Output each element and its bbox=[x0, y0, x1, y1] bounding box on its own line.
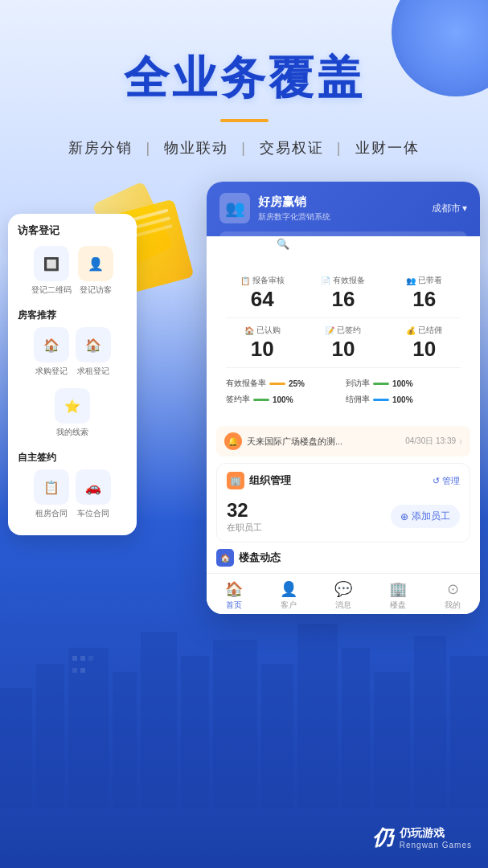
nav-mine[interactable]: ⊙ 我的 bbox=[425, 580, 480, 611]
nav-property[interactable]: 🏢 楼盘 bbox=[371, 580, 425, 611]
stat-value-2: 16 bbox=[388, 289, 461, 309]
rate-line-yellow bbox=[269, 383, 285, 385]
org-title-text: 组织管理 bbox=[249, 473, 291, 488]
subtitle-item-2: 物业联动 bbox=[151, 138, 241, 158]
add-employee-btn[interactable]: ⊕ 添加员工 bbox=[391, 505, 460, 528]
visitor-icon-box: 👤 bbox=[78, 246, 113, 281]
stat-label-3: 🏠 已认购 bbox=[226, 325, 299, 336]
message-nav-label: 消息 bbox=[335, 600, 351, 611]
notif-icon: 🔔 bbox=[224, 432, 242, 450]
sync-icon: ↺ bbox=[433, 476, 440, 486]
content-area: 访客登记 🔲 登记二维码 👤 登记访客 房客推荐 🏠 求购登记 bbox=[0, 182, 488, 809]
rent-label: 求租登记 bbox=[77, 366, 109, 377]
contract-items: 📋 租房合同 🚗 车位合同 bbox=[18, 469, 127, 526]
rate-sign: 签约率 100% bbox=[226, 394, 341, 405]
subtitle-item-4: 业财一体 bbox=[342, 138, 433, 158]
rate-label-3: 结佣率 bbox=[346, 394, 370, 405]
stat-label-2: 👥 已带看 bbox=[388, 275, 461, 286]
message-nav-icon: 💬 bbox=[334, 580, 352, 598]
rate-label-0: 有效报备率 bbox=[226, 378, 266, 389]
customer-nav-icon: 👤 bbox=[280, 580, 297, 598]
main-app-card: 👥 好房赢销 新房数字化营销系统 成都市 ▾ 公园1号3 🔍 bbox=[207, 182, 480, 614]
visitor-title: 访客登记 bbox=[18, 223, 127, 238]
nav-message[interactable]: 💬 消息 bbox=[316, 580, 371, 611]
svg-rect-1 bbox=[36, 664, 64, 809]
customer-nav-label: 客户 bbox=[281, 600, 297, 611]
contract-icon: 📋 bbox=[43, 480, 59, 495]
svg-rect-4 bbox=[141, 632, 177, 809]
stat-subscribed: 🏠 已认购 10 bbox=[226, 325, 299, 359]
svg-rect-14 bbox=[80, 656, 85, 661]
org-manage-btn[interactable]: ↺ 管理 bbox=[433, 475, 460, 487]
app-header-left: 👥 好房赢销 新房数字化营销系统 bbox=[219, 193, 330, 223]
svg-rect-16 bbox=[72, 668, 77, 673]
svg-rect-5 bbox=[181, 656, 209, 809]
org-body: 32 在职员工 ⊕ 添加员工 bbox=[217, 494, 470, 542]
app-header: 👥 好房赢销 新房数字化营销系统 成都市 ▾ bbox=[207, 182, 480, 236]
watermark-en: Rengwan Games bbox=[400, 841, 472, 850]
stat-value-4: 10 bbox=[307, 338, 380, 359]
stat-label-4: 📝 已签约 bbox=[307, 325, 380, 336]
buy-icon-box: 🏠 bbox=[34, 327, 69, 362]
report-review-icon: 📋 bbox=[240, 276, 250, 285]
svg-rect-6 bbox=[213, 640, 257, 809]
nav-home[interactable]: 🏠 首页 bbox=[207, 580, 261, 611]
subtitle-sep-1: | bbox=[146, 140, 151, 157]
home-nav-icon: 🏠 bbox=[225, 580, 243, 598]
left-card: 访客登记 🔲 登记二维码 👤 登记访客 房客推荐 🏠 求购登记 bbox=[8, 214, 137, 535]
search-bar[interactable]: 公园1号3 🔍 bbox=[219, 231, 467, 256]
rate-line-green-1 bbox=[373, 383, 389, 385]
property-icon: 🏠 bbox=[216, 549, 234, 567]
clue-items: ⭐ 我的线索 bbox=[18, 388, 127, 444]
employee-count: 32 bbox=[227, 499, 262, 522]
stat-valid-report: 📄 有效报备 16 bbox=[307, 275, 380, 309]
add-label: 添加员工 bbox=[412, 510, 450, 523]
org-title: 🏢 组织管理 bbox=[227, 472, 291, 489]
qr-icon-box: 🔲 bbox=[34, 246, 69, 281]
subtitle-item-3: 交易权证 bbox=[247, 138, 337, 158]
app-info: 好房赢销 新房数字化营销系统 bbox=[258, 194, 330, 223]
car-icon: 🚗 bbox=[85, 480, 101, 495]
house-rent-icon: 🏠 bbox=[85, 338, 101, 353]
manage-label: 管理 bbox=[442, 475, 460, 487]
app-tagline: 新房数字化营销系统 bbox=[258, 211, 330, 223]
search-text: 公园1号3 bbox=[229, 236, 272, 251]
subtitle-item-1: 新房分销 bbox=[55, 138, 146, 158]
stat-report-review: 📋 报备审核 64 bbox=[226, 275, 299, 309]
svg-rect-3 bbox=[113, 672, 137, 809]
stat-label-5: 💰 已结佣 bbox=[388, 325, 461, 336]
parking-contract-item[interactable]: 🚗 车位合同 bbox=[76, 469, 111, 519]
watermark-text-block: 仍玩游戏 Rengwan Games bbox=[400, 826, 472, 850]
qr-code-item[interactable]: 🔲 登记二维码 bbox=[31, 246, 72, 296]
main-title: 全业务覆盖 bbox=[0, 48, 488, 109]
parking-label: 车位合同 bbox=[77, 508, 109, 519]
rate-line-green-2 bbox=[253, 399, 269, 401]
clue-item[interactable]: ⭐ 我的线索 bbox=[55, 388, 90, 438]
buy-register-item[interactable]: 🏠 求购登记 bbox=[34, 327, 69, 377]
notification-bar[interactable]: 🔔 天来国际广场楼盘的测... 04/30日 13:39 › bbox=[216, 426, 470, 457]
rate-label-1: 到访率 bbox=[346, 378, 370, 389]
stat-signed: 📝 已签约 10 bbox=[307, 325, 380, 359]
svg-rect-7 bbox=[261, 664, 293, 809]
rent-contract-item[interactable]: 📋 租房合同 bbox=[34, 469, 69, 519]
notif-text: 天来国际广场楼盘的测... bbox=[247, 436, 342, 448]
sign-icon: 📝 bbox=[325, 326, 334, 335]
house-icon: 🏠 bbox=[244, 326, 254, 335]
avatar-icon: 👥 bbox=[225, 199, 245, 218]
rate-grid: 有效报备率 25% 到访率 100% 签约率 100% 结佣率 bbox=[226, 375, 461, 408]
svg-rect-8 bbox=[297, 624, 338, 809]
nav-customer[interactable]: 👤 客户 bbox=[261, 580, 316, 611]
property-nav-icon: 🏢 bbox=[389, 580, 407, 598]
subtitle-row: 新房分销 | 物业联动 | 交易权证 | 业财一体 bbox=[0, 138, 488, 158]
rent-register-item[interactable]: 🏠 求租登记 bbox=[76, 327, 111, 377]
stat-value-0: 64 bbox=[226, 289, 299, 309]
city-selector[interactable]: 成都市 ▾ bbox=[432, 202, 467, 215]
register-visitor-item[interactable]: 👤 登记访客 bbox=[78, 246, 113, 296]
house-buy-icon: 🏠 bbox=[43, 338, 59, 353]
header-area: 全业务覆盖 新房分销 | 物业联动 | 交易权证 | 业财一体 bbox=[0, 0, 488, 158]
notif-right: 04/30日 13:39 › bbox=[405, 436, 462, 447]
employee-label: 在职员工 bbox=[227, 522, 262, 534]
valid-report-icon: 📄 bbox=[321, 276, 330, 285]
svg-rect-15 bbox=[88, 656, 93, 661]
org-section: 🏢 组织管理 ↺ 管理 32 在职员工 ⊕ 添加员工 bbox=[216, 463, 470, 542]
